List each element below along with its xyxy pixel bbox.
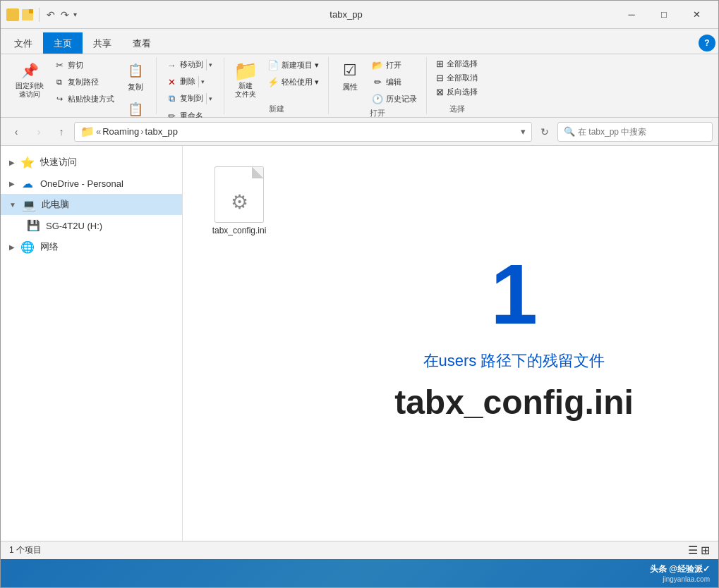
ribbon: 📌 固定到快速访问 ✂ 剪切 ⧉ 复制路径 ↪ 粘贴快捷方式 <box>1 54 718 118</box>
open-button[interactable]: 📂 打开 <box>368 57 421 73</box>
sidebar-item-sg-drive[interactable]: 💾 SG-4T2U (H:) <box>1 215 182 236</box>
file-icon-wrapper: ⚙ <box>211 166 267 223</box>
close-button[interactable]: ✕ <box>680 4 713 26</box>
new-item-button[interactable]: 📄 新建项目 ▾ <box>264 57 322 73</box>
address-bar[interactable]: 📁 « Roaming › tabx_pp ▾ <box>74 122 532 142</box>
history-button[interactable]: 🕐 历史记录 <box>368 91 421 106</box>
pin-icon: 📌 <box>18 59 41 82</box>
status-bar: 1 个项目 ☰ ⊞ <box>1 541 718 559</box>
sg-drive-icon: 💾 <box>26 219 40 233</box>
quick-access-icon: ⭐ <box>20 155 35 169</box>
history-icon: 🕐 <box>372 93 383 104</box>
paste-shortcut-button[interactable]: ↪ 粘贴快捷方式 <box>50 91 118 106</box>
scissors-icon: ✂ <box>54 59 65 71</box>
move-to-button[interactable]: → 移动到 ▾ <box>162 57 218 73</box>
select-all-button[interactable]: ⊞ 全部选择 <box>433 57 481 71</box>
undo-button[interactable]: ↶ <box>45 8 56 22</box>
new-items: 📁 新建文件夹 📄 新建项目 ▾ ⚡ 轻松使用 ▾ <box>230 57 322 102</box>
edit-button[interactable]: ✏ 编辑 <box>368 74 421 90</box>
breadcrumb-tabx-pp[interactable]: tabx_pp <box>145 126 178 137</box>
file-item-tabx-config[interactable]: ⚙ tabx_config.ini <box>197 160 282 242</box>
expand-arrow: ▶ <box>9 159 15 166</box>
select-none-icon: ⊟ <box>436 73 444 83</box>
tab-home[interactable]: 主页 <box>43 32 83 54</box>
redo-button[interactable]: ↷ <box>59 8 71 22</box>
expand-arrow-this-pc: ▼ <box>9 201 16 209</box>
up-button[interactable]: ↑ <box>52 122 71 142</box>
ini-file-icon: ⚙ <box>215 166 264 223</box>
file-name: tabx_config.ini <box>212 226 267 235</box>
copy-path-button[interactable]: ⧉ 复制路径 <box>50 74 118 90</box>
invert-selection-button[interactable]: ⊠ 反向选择 <box>433 85 481 99</box>
select-none-button[interactable]: ⊟ 全部取消 <box>433 71 481 85</box>
expand-arrow-network: ▶ <box>9 243 15 251</box>
copy-to-icon: ⧉ <box>166 93 177 104</box>
overlay-filename: tabx_config.ini <box>394 383 634 422</box>
cut-button[interactable]: ✂ 剪切 <box>50 57 118 73</box>
copy-to-dropdown[interactable]: ▾ <box>206 93 215 104</box>
sidebar-label-this-pc: 此电脑 <box>42 198 69 211</box>
content-panel: ⚙ tabx_config.ini 1 在users 路径下的残留文件 tabx… <box>183 146 718 541</box>
refresh-button[interactable]: ↻ <box>535 122 555 142</box>
sidebar-item-onedrive[interactable]: ▶ ☁ OneDrive - Personal <box>1 173 182 194</box>
sidebar-item-network[interactable]: ▶ 🌐 网络 <box>1 236 182 257</box>
delete-dropdown[interactable]: ▾ <box>198 76 207 87</box>
watermark-area: 头条 @经验派✓ jingyanlaa.com <box>650 563 710 583</box>
search-icon: 🔍 <box>564 126 575 137</box>
properties-button[interactable]: ☑ 属性 <box>334 57 365 94</box>
copy-to-button[interactable]: ⧉ 复制到 ▾ <box>162 91 218 106</box>
ribbon-group-new: 📁 新建文件夹 📄 新建项目 ▾ ⚡ 轻松使用 ▾ 新建 <box>224 57 329 114</box>
ribbon-group-open: ☑ 属性 📂 打开 ✏ 编辑 🕐 历史记录 <box>329 57 427 114</box>
sidebar-label-sg-drive: SG-4T2U (H:) <box>46 221 102 231</box>
new-folder-icon: 📁 <box>234 59 257 82</box>
forward-button[interactable]: › <box>29 122 49 142</box>
view-icon-grid[interactable]: ⊞ <box>701 544 710 557</box>
sidebar: ▶ ⭐ 快速访问 ▶ ☁ OneDrive - Personal ▼ 💻 此电脑… <box>1 146 183 541</box>
ribbon-group-select: ⊞ 全部选择 ⊟ 全部取消 ⊠ 反向选择 选择 <box>427 57 487 114</box>
invert-icon: ⊠ <box>436 87 444 97</box>
view-icon-details[interactable]: ☰ <box>688 544 698 557</box>
tab-file[interactable]: 文件 <box>4 32 43 54</box>
note-icon <box>22 9 33 20</box>
window-title: tabx_pp <box>77 9 615 20</box>
ribbon-tabs: 文件 主页 共享 查看 ? <box>1 29 718 54</box>
copy-button[interactable]: 📋 复制 <box>121 57 150 94</box>
delete-button[interactable]: ✕ 删除 ▾ <box>162 74 218 90</box>
new-folder-button[interactable]: 📁 新建文件夹 <box>230 57 261 101</box>
gear-icon: ⚙ <box>231 190 248 214</box>
help-button[interactable]: ? <box>699 35 715 51</box>
ribbon-group-organize: → 移动到 ▾ ✕ 删除 ▾ ⧉ 复制到 ▾ ✏ <box>157 57 224 114</box>
breadcrumb-arrow: › <box>140 126 143 137</box>
search-input[interactable] <box>578 127 706 137</box>
move-to-dropdown[interactable]: ▾ <box>206 59 215 71</box>
easy-access-button[interactable]: ⚡ 轻松使用 ▾ <box>264 74 322 90</box>
pin-to-quick-access-button[interactable]: 📌 固定到快速访问 <box>12 57 47 101</box>
sidebar-item-this-pc[interactable]: ▼ 💻 此电脑 <box>1 194 182 215</box>
back-button[interactable]: ‹ <box>6 122 26 142</box>
sidebar-item-quick-access[interactable]: ▶ ⭐ 快速访问 <box>1 152 182 173</box>
tab-view[interactable]: 查看 <box>122 32 162 54</box>
network-icon: 🌐 <box>20 240 35 254</box>
delete-icon: ✕ <box>166 76 177 87</box>
move-to-icon: → <box>166 59 177 71</box>
maximize-button[interactable]: □ <box>648 4 680 26</box>
address-dropdown-arrow[interactable]: ▾ <box>521 126 526 137</box>
breadcrumb-sep1: « <box>96 126 101 137</box>
new-item-icon: 📄 <box>267 59 279 71</box>
search-bar[interactable]: 🔍 <box>557 122 713 142</box>
minimize-button[interactable]: ─ <box>615 4 648 26</box>
paste-shortcut-icon: ↪ <box>54 93 65 104</box>
ribbon-group-clipboard: 📌 固定到快速访问 ✂ 剪切 ⧉ 复制路径 ↪ 粘贴快捷方式 <box>6 57 157 114</box>
watermark-line2: jingyanlaa.com <box>663 575 710 583</box>
status-right: ☰ ⊞ <box>688 544 710 557</box>
bottom-bar: 头条 @经验派✓ jingyanlaa.com <box>1 559 718 587</box>
tab-share[interactable]: 共享 <box>83 32 122 54</box>
sidebar-label-onedrive: OneDrive - Personal <box>40 178 123 189</box>
select-label: 选择 <box>433 102 481 114</box>
status-text: 1 个项目 <box>9 544 42 556</box>
overlay-subtitle: 在users 路径下的残留文件 <box>423 350 605 372</box>
title-bar: ↶ ↷ ▾ tabx_pp ─ □ ✕ <box>1 1 718 29</box>
breadcrumb-roaming[interactable]: Roaming <box>102 126 139 137</box>
onedrive-icon: ☁ <box>20 176 35 190</box>
breadcrumb-folder-icon: 📁 <box>80 125 95 138</box>
